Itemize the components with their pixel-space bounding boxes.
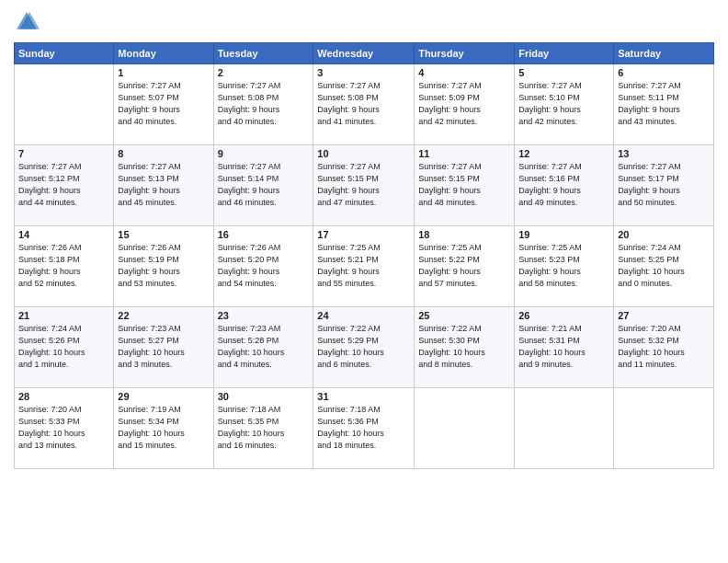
day-info: Sunrise: 7:20 AM Sunset: 5:33 PM Dayligh… xyxy=(18,404,109,452)
day-info: Sunrise: 7:27 AM Sunset: 5:17 PM Dayligh… xyxy=(618,161,710,209)
day-info: Sunrise: 7:26 AM Sunset: 5:19 PM Dayligh… xyxy=(118,242,209,290)
day-number: 12 xyxy=(518,148,609,159)
calendar-cell: 15Sunrise: 7:26 AM Sunset: 5:19 PM Dayli… xyxy=(114,226,213,307)
day-number: 18 xyxy=(418,229,510,240)
day-info: Sunrise: 7:27 AM Sunset: 5:09 PM Dayligh… xyxy=(418,80,510,128)
day-number: 19 xyxy=(518,229,609,240)
logo xyxy=(14,9,43,35)
calendar-cell: 30Sunrise: 7:18 AM Sunset: 5:35 PM Dayli… xyxy=(213,388,313,469)
day-number: 17 xyxy=(317,229,410,240)
week-row-0: 1Sunrise: 7:27 AM Sunset: 5:07 PM Daylig… xyxy=(15,64,714,145)
day-number: 20 xyxy=(618,229,710,240)
day-number: 11 xyxy=(418,148,510,159)
day-info: Sunrise: 7:24 AM Sunset: 5:25 PM Dayligh… xyxy=(618,242,710,290)
calendar-cell: 12Sunrise: 7:27 AM Sunset: 5:16 PM Dayli… xyxy=(515,145,614,226)
day-info: Sunrise: 7:27 AM Sunset: 5:07 PM Dayligh… xyxy=(118,80,209,128)
day-number: 5 xyxy=(518,67,609,78)
day-info: Sunrise: 7:23 AM Sunset: 5:28 PM Dayligh… xyxy=(218,323,310,371)
day-number: 31 xyxy=(317,391,410,402)
calendar-cell xyxy=(15,64,114,145)
col-header-saturday: Saturday xyxy=(614,43,714,64)
calendar-cell: 3Sunrise: 7:27 AM Sunset: 5:08 PM Daylig… xyxy=(313,64,415,145)
calendar-cell: 5Sunrise: 7:27 AM Sunset: 5:10 PM Daylig… xyxy=(515,64,614,145)
header xyxy=(14,9,714,35)
day-number: 9 xyxy=(218,148,310,159)
day-number: 6 xyxy=(618,67,710,78)
calendar-cell: 19Sunrise: 7:25 AM Sunset: 5:23 PM Dayli… xyxy=(515,226,614,307)
week-row-1: 7Sunrise: 7:27 AM Sunset: 5:12 PM Daylig… xyxy=(15,145,714,226)
col-header-wednesday: Wednesday xyxy=(313,43,415,64)
day-number: 24 xyxy=(317,310,410,321)
calendar-cell: 13Sunrise: 7:27 AM Sunset: 5:17 PM Dayli… xyxy=(614,145,714,226)
calendar-header-row: SundayMondayTuesdayWednesdayThursdayFrid… xyxy=(15,43,714,64)
calendar-table: SundayMondayTuesdayWednesdayThursdayFrid… xyxy=(14,42,714,469)
calendar-cell: 29Sunrise: 7:19 AM Sunset: 5:34 PM Dayli… xyxy=(114,388,213,469)
calendar-cell: 28Sunrise: 7:20 AM Sunset: 5:33 PM Dayli… xyxy=(15,388,114,469)
col-header-thursday: Thursday xyxy=(415,43,515,64)
calendar-cell: 11Sunrise: 7:27 AM Sunset: 5:15 PM Dayli… xyxy=(415,145,515,226)
calendar-cell: 4Sunrise: 7:27 AM Sunset: 5:09 PM Daylig… xyxy=(415,64,515,145)
day-info: Sunrise: 7:27 AM Sunset: 5:11 PM Dayligh… xyxy=(618,80,710,128)
calendar-cell: 2Sunrise: 7:27 AM Sunset: 5:08 PM Daylig… xyxy=(213,64,313,145)
day-info: Sunrise: 7:25 AM Sunset: 5:21 PM Dayligh… xyxy=(317,242,410,290)
calendar-cell: 1Sunrise: 7:27 AM Sunset: 5:07 PM Daylig… xyxy=(114,64,213,145)
day-info: Sunrise: 7:23 AM Sunset: 5:27 PM Dayligh… xyxy=(118,323,209,371)
day-info: Sunrise: 7:27 AM Sunset: 5:08 PM Dayligh… xyxy=(218,80,310,128)
calendar-cell: 9Sunrise: 7:27 AM Sunset: 5:14 PM Daylig… xyxy=(213,145,313,226)
day-number: 15 xyxy=(118,229,209,240)
day-number: 28 xyxy=(18,391,109,402)
calendar-cell xyxy=(614,388,714,469)
calendar-cell: 8Sunrise: 7:27 AM Sunset: 5:13 PM Daylig… xyxy=(114,145,213,226)
calendar-cell: 10Sunrise: 7:27 AM Sunset: 5:15 PM Dayli… xyxy=(313,145,415,226)
day-number: 29 xyxy=(118,391,209,402)
day-number: 10 xyxy=(317,148,410,159)
day-number: 27 xyxy=(618,310,710,321)
day-info: Sunrise: 7:27 AM Sunset: 5:14 PM Dayligh… xyxy=(218,161,310,209)
calendar-cell xyxy=(415,388,515,469)
calendar-cell: 18Sunrise: 7:25 AM Sunset: 5:22 PM Dayli… xyxy=(415,226,515,307)
day-info: Sunrise: 7:21 AM Sunset: 5:31 PM Dayligh… xyxy=(518,323,609,371)
day-info: Sunrise: 7:18 AM Sunset: 5:35 PM Dayligh… xyxy=(218,404,310,452)
day-info: Sunrise: 7:25 AM Sunset: 5:22 PM Dayligh… xyxy=(418,242,510,290)
day-number: 1 xyxy=(118,67,209,78)
calendar-cell: 24Sunrise: 7:22 AM Sunset: 5:29 PM Dayli… xyxy=(313,307,415,388)
calendar-cell xyxy=(515,388,614,469)
day-info: Sunrise: 7:27 AM Sunset: 5:16 PM Dayligh… xyxy=(518,161,609,209)
day-info: Sunrise: 7:19 AM Sunset: 5:34 PM Dayligh… xyxy=(118,404,209,452)
calendar-cell: 14Sunrise: 7:26 AM Sunset: 5:18 PM Dayli… xyxy=(15,226,114,307)
calendar-cell: 21Sunrise: 7:24 AM Sunset: 5:26 PM Dayli… xyxy=(15,307,114,388)
calendar-cell: 20Sunrise: 7:24 AM Sunset: 5:25 PM Dayli… xyxy=(614,226,714,307)
day-info: Sunrise: 7:26 AM Sunset: 5:18 PM Dayligh… xyxy=(18,242,109,290)
week-row-3: 21Sunrise: 7:24 AM Sunset: 5:26 PM Dayli… xyxy=(15,307,714,388)
calendar-cell: 16Sunrise: 7:26 AM Sunset: 5:20 PM Dayli… xyxy=(213,226,313,307)
day-info: Sunrise: 7:26 AM Sunset: 5:20 PM Dayligh… xyxy=(218,242,310,290)
calendar-cell: 6Sunrise: 7:27 AM Sunset: 5:11 PM Daylig… xyxy=(614,64,714,145)
week-row-2: 14Sunrise: 7:26 AM Sunset: 5:18 PM Dayli… xyxy=(15,226,714,307)
day-info: Sunrise: 7:18 AM Sunset: 5:36 PM Dayligh… xyxy=(317,404,410,452)
col-header-sunday: Sunday xyxy=(15,43,114,64)
day-number: 16 xyxy=(218,229,310,240)
calendar-cell: 7Sunrise: 7:27 AM Sunset: 5:12 PM Daylig… xyxy=(15,145,114,226)
day-number: 25 xyxy=(418,310,510,321)
calendar-cell: 27Sunrise: 7:20 AM Sunset: 5:32 PM Dayli… xyxy=(614,307,714,388)
day-number: 3 xyxy=(317,67,410,78)
day-info: Sunrise: 7:22 AM Sunset: 5:29 PM Dayligh… xyxy=(317,323,410,371)
day-info: Sunrise: 7:24 AM Sunset: 5:26 PM Dayligh… xyxy=(18,323,109,371)
day-info: Sunrise: 7:27 AM Sunset: 5:10 PM Dayligh… xyxy=(518,80,609,128)
calendar-cell: 25Sunrise: 7:22 AM Sunset: 5:30 PM Dayli… xyxy=(415,307,515,388)
calendar-cell: 22Sunrise: 7:23 AM Sunset: 5:27 PM Dayli… xyxy=(114,307,213,388)
calendar-cell: 26Sunrise: 7:21 AM Sunset: 5:31 PM Dayli… xyxy=(515,307,614,388)
day-number: 23 xyxy=(218,310,310,321)
day-info: Sunrise: 7:27 AM Sunset: 5:08 PM Dayligh… xyxy=(317,80,410,128)
day-info: Sunrise: 7:27 AM Sunset: 5:13 PM Dayligh… xyxy=(118,161,209,209)
day-number: 21 xyxy=(18,310,109,321)
col-header-friday: Friday xyxy=(515,43,614,64)
day-info: Sunrise: 7:27 AM Sunset: 5:15 PM Dayligh… xyxy=(317,161,410,209)
day-number: 2 xyxy=(218,67,310,78)
week-row-4: 28Sunrise: 7:20 AM Sunset: 5:33 PM Dayli… xyxy=(15,388,714,469)
day-info: Sunrise: 7:27 AM Sunset: 5:15 PM Dayligh… xyxy=(418,161,510,209)
day-info: Sunrise: 7:27 AM Sunset: 5:12 PM Dayligh… xyxy=(18,161,109,209)
day-info: Sunrise: 7:20 AM Sunset: 5:32 PM Dayligh… xyxy=(618,323,710,371)
calendar-cell: 31Sunrise: 7:18 AM Sunset: 5:36 PM Dayli… xyxy=(313,388,415,469)
page: SundayMondayTuesdayWednesdayThursdayFrid… xyxy=(0,0,728,563)
